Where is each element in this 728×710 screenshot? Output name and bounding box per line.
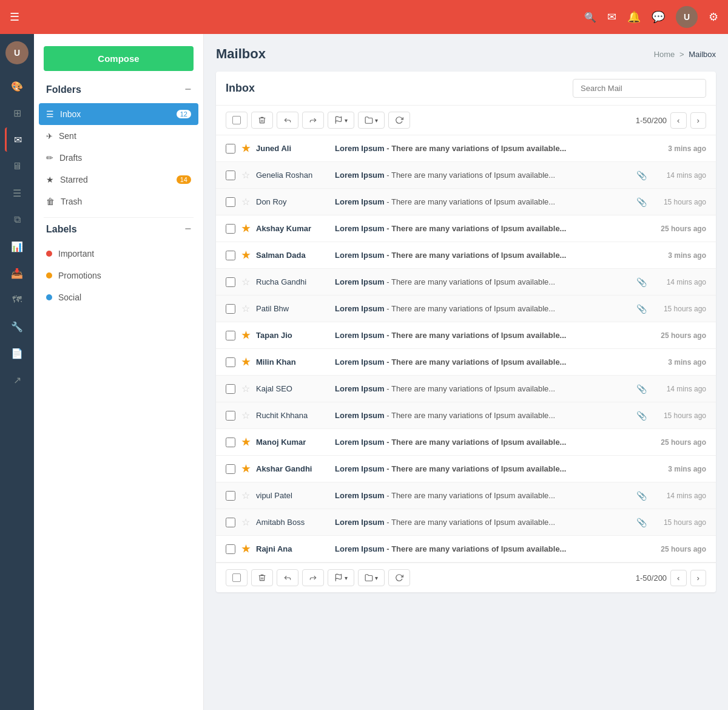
select-all-button[interactable] (226, 112, 248, 129)
email-checkbox[interactable] (226, 171, 235, 180)
star-icon[interactable]: ★ (241, 356, 250, 368)
email-checkbox[interactable] (226, 144, 235, 154)
sidebar-item-important[interactable]: Important (34, 243, 203, 265)
footer-forward-button[interactable] (302, 569, 324, 586)
sidebar-icon-palette[interactable]: 🎨 (5, 74, 29, 98)
star-icon[interactable]: ★ (241, 463, 250, 475)
footer-delete-button[interactable] (251, 569, 273, 586)
footer-refresh-button[interactable] (388, 569, 410, 586)
email-checkbox[interactable] (226, 384, 235, 394)
star-icon[interactable]: ☆ (241, 490, 250, 501)
sidebar-icon-chart[interactable]: 📊 (5, 234, 29, 259)
email-row[interactable]: ☆ Amitabh Boss Lorem Ipsum - There are m… (216, 509, 716, 536)
star-icon[interactable]: ★ (241, 543, 250, 555)
email-row[interactable]: ★ Tapan Jio Lorem Ipsum - There are many… (216, 322, 716, 349)
email-row[interactable]: ☆ Rucha Gandhi Lorem Ipsum - There are m… (216, 269, 716, 296)
next-page-button[interactable]: › (690, 112, 706, 129)
sidebar-item-starred[interactable]: ★ Starred 14 (34, 169, 203, 191)
star-icon[interactable]: ★ (241, 249, 250, 261)
gear-icon[interactable]: ⚙ (709, 10, 718, 24)
footer-folder-dropdown[interactable]: ▾ (375, 575, 378, 581)
star-icon[interactable]: ☆ (241, 169, 250, 181)
star-icon[interactable]: ☆ (241, 383, 250, 394)
star-icon[interactable]: ★ (241, 330, 250, 341)
reply-button[interactable] (277, 112, 298, 129)
email-checkbox[interactable] (226, 331, 235, 340)
sidebar-item-promotions[interactable]: Promotions (34, 265, 203, 286)
footer-flag-button[interactable]: ▾ (328, 569, 354, 586)
email-row[interactable]: ☆ Patil Bhw Lorem Ipsum - There are many… (216, 296, 716, 322)
sidebar-icon-wrench[interactable]: 🔧 (5, 314, 29, 339)
email-checkbox[interactable] (226, 464, 235, 474)
footer-prev-page[interactable]: ‹ (670, 570, 686, 586)
email-row[interactable]: ★ Manoj Kumar Lorem Ipsum - There are ma… (216, 429, 716, 456)
sidebar-icon-monitor[interactable]: 🖥 (5, 154, 29, 178)
search-input[interactable] (573, 79, 706, 98)
mail-icon[interactable]: ✉ (607, 10, 616, 24)
footer-flag-dropdown[interactable]: ▾ (345, 575, 348, 581)
sidebar-item-sent[interactable]: ✈ Sent (34, 125, 203, 147)
star-icon[interactable]: ☆ (241, 303, 250, 314)
sidebar-icon-inbox2[interactable]: 📥 (5, 261, 29, 285)
email-checkbox[interactable] (226, 197, 235, 207)
email-row[interactable]: ☆ Genelia Roshan Lorem Ipsum - There are… (216, 162, 716, 189)
footer-select-all[interactable] (226, 569, 248, 586)
prev-page-button[interactable]: ‹ (670, 112, 686, 129)
email-row[interactable]: ★ Salman Dada Lorem Ipsum - There are ma… (216, 242, 716, 269)
email-checkbox[interactable] (226, 251, 235, 260)
chat-icon[interactable]: 💬 (652, 10, 665, 24)
email-row[interactable]: ☆ vipul Patel Lorem Ipsum - There are ma… (216, 482, 716, 509)
sidebar-icon-mail[interactable]: ✉ (5, 127, 29, 152)
email-row[interactable]: ★ Akshar Gandhi Lorem Ipsum - There are … (216, 456, 716, 482)
footer-reply-button[interactable] (277, 569, 298, 586)
sidebar-icon-file[interactable]: 📄 (5, 341, 29, 365)
forward-button[interactable] (302, 112, 324, 129)
email-row[interactable]: ☆ Don Roy Lorem Ipsum - There are many v… (216, 189, 716, 215)
email-row[interactable]: ☆ Kajal SEO Lorem Ipsum - There are many… (216, 376, 716, 402)
email-checkbox[interactable] (226, 224, 235, 234)
sidebar-item-inbox[interactable]: ☰ Inbox 12 (39, 103, 198, 125)
folder-button[interactable]: ▾ (358, 112, 385, 129)
compose-button[interactable]: Compose (44, 46, 194, 71)
email-row[interactable]: ★ Rajni Ana Lorem Ipsum - There are many… (216, 536, 716, 563)
star-icon[interactable]: ☆ (241, 410, 250, 421)
email-checkbox[interactable] (226, 544, 235, 554)
email-checkbox[interactable] (226, 518, 235, 527)
sidebar-icon-share[interactable]: ↗ (5, 368, 29, 392)
email-checkbox[interactable] (226, 411, 235, 421)
email-checkbox[interactable] (226, 491, 235, 501)
email-row[interactable]: ★ Juned Ali Lorem Ipsum - There are many… (216, 135, 716, 162)
breadcrumb-home[interactable]: Home (654, 50, 675, 59)
star-icon[interactable]: ☆ (241, 276, 250, 288)
sidebar-avatar[interactable]: U (5, 41, 29, 64)
sidebar-item-social[interactable]: Social (34, 286, 203, 308)
star-icon[interactable]: ☆ (241, 196, 250, 208)
email-row[interactable]: ★ Milin Khan Lorem Ipsum - There are man… (216, 349, 716, 376)
labels-collapse[interactable]: − (184, 223, 191, 235)
star-icon[interactable]: ★ (241, 436, 250, 448)
hamburger-icon[interactable]: ☰ (10, 10, 19, 24)
sidebar-icon-copy[interactable]: ⧉ (5, 208, 29, 232)
sidebar-icon-map[interactable]: 🗺 (5, 288, 29, 312)
email-row[interactable]: ☆ Ruchit Khhana Lorem Ipsum - There are … (216, 402, 716, 429)
star-icon[interactable]: ★ (241, 143, 250, 154)
refresh-button[interactable] (388, 112, 410, 129)
flag-dropdown[interactable]: ▾ (345, 117, 348, 124)
user-avatar[interactable]: U (676, 6, 698, 28)
email-checkbox[interactable] (226, 438, 235, 447)
star-icon[interactable]: ☆ (241, 516, 250, 528)
footer-next-page[interactable]: › (690, 570, 706, 586)
delete-button[interactable] (251, 112, 273, 129)
sidebar-item-drafts[interactable]: ✏ Drafts (34, 147, 203, 169)
folders-collapse[interactable]: − (184, 83, 191, 96)
search-icon[interactable]: 🔍 (584, 12, 596, 23)
email-checkbox[interactable] (226, 357, 235, 367)
flag-button[interactable]: ▾ (328, 112, 354, 129)
folder-dropdown[interactable]: ▾ (375, 117, 378, 124)
email-checkbox[interactable] (226, 304, 235, 314)
sidebar-item-trash[interactable]: 🗑 Trash (34, 191, 203, 212)
email-row[interactable]: ★ Akshay Kumar Lorem Ipsum - There are m… (216, 215, 716, 242)
email-checkbox[interactable] (226, 277, 235, 287)
sidebar-icon-grid[interactable]: ⊞ (5, 101, 29, 125)
bell-icon[interactable]: 🔔 (627, 10, 641, 24)
